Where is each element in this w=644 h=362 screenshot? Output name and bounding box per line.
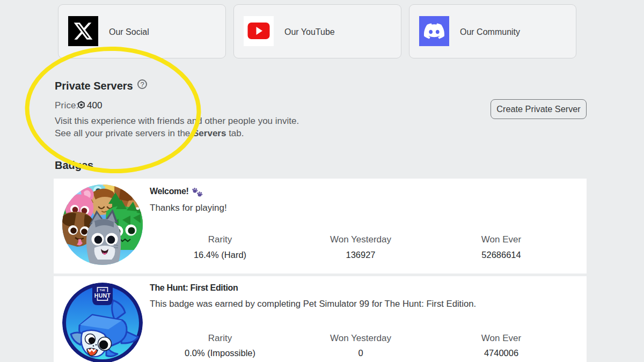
svg-text:HUNT: HUNT [94, 292, 111, 299]
svg-text:THE: THE [100, 289, 106, 292]
